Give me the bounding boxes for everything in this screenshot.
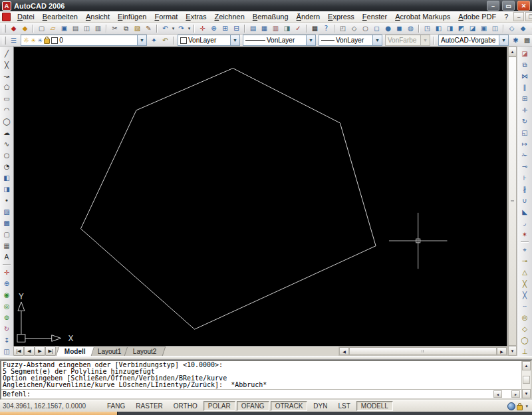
command-text-area[interactable]: Fuzzy-Abstand eingeben oder [Verbindungs… [1,361,521,398]
solid-torus-icon[interactable]: ◫ [489,23,501,34]
menu-datei[interactable]: Datei [13,12,39,21]
menu-zeichnen[interactable]: Zeichnen [211,12,249,21]
snap-center-icon[interactable]: ◎ [519,312,531,323]
toggle-raster[interactable]: RASTER [131,401,168,411]
scroll-track[interactable] [522,384,531,389]
polygon-icon[interactable]: ⬠ [1,82,13,93]
color-combo-arrow[interactable]: ▼ [230,35,239,45]
visual-style-2dwire-icon[interactable]: ◻ [371,23,382,34]
make-block-icon[interactable]: ◨ [1,184,13,195]
toggle-modell[interactable]: MODELL [356,401,393,411]
lineweight-combo-arrow[interactable]: ▼ [372,35,382,45]
menu-einfuegen[interactable]: Einfügen [114,12,150,21]
3d-orbit-green-icon[interactable]: ◉ [1,289,13,301]
chamfer-icon[interactable]: ◣ [519,206,531,217]
lineweight-combo[interactable]: VonLayer ▼ [319,35,382,46]
statusbar-menu-arrow[interactable]: ▾ [524,404,529,409]
snap-midpoint-icon[interactable]: △ [519,267,531,278]
plotstyle-table-combo-arrow[interactable]: ▼ [499,35,508,45]
visual-style-rendered-icon[interactable]: ◍ [405,23,416,34]
snap-tangent-icon[interactable]: ◯ [519,335,531,346]
fillet-icon[interactable]: ◞ [519,217,531,229]
toggle-dyn[interactable]: DYN [309,401,332,411]
linetype-combo[interactable]: VonLayer ▼ [243,35,316,46]
zoom-previous-icon[interactable]: ⊟ [231,23,242,34]
menu-bemassung[interactable]: Bemaßung [249,12,293,21]
extend-icon[interactable]: ⊸ [519,161,531,172]
3d-zoom-icon[interactable]: ⊕ [1,278,13,289]
scroll-right-button[interactable]: ▶ [511,390,520,398]
view-sw-iso-icon[interactable]: ◇ [506,23,517,34]
drawing-icon[interactable] [2,13,11,21]
toolbar-grip[interactable] [3,25,6,33]
toggle-ortho[interactable]: ORTHO [169,401,202,411]
previous-tab-button[interactable]: ◀ [24,346,35,356]
3d-continuous-orbit-icon[interactable]: ⊚ [1,312,13,323]
drawing-canvas[interactable]: Y X [13,47,507,346]
3d-orbit-icon[interactable]: ○ [360,23,371,34]
scroll-down-button[interactable]: ▼ [508,346,517,356]
menu-fenster[interactable]: Fenster [358,12,391,21]
toolbar-grip[interactable] [3,37,6,45]
linetype-combo-arrow[interactable]: ▼ [306,35,315,45]
3d-free-orbit-icon[interactable]: ◎ [1,301,13,312]
3d-views-icon[interactable]: ◇ [348,23,360,34]
ellipse-icon[interactable]: ○ [1,150,13,161]
open-icon[interactable]: ▱ [47,23,59,34]
join-icon[interactable]: ∪ [519,195,531,206]
snap-extension-icon[interactable]: ┄ [519,301,531,312]
snap-quadrant-icon[interactable]: ◇ [519,323,531,335]
move-icon[interactable]: ✛ [519,104,531,116]
publish-icon[interactable]: ▥ [92,23,104,34]
zoom-realtime-icon[interactable]: ⊕ [208,23,219,34]
tool-palettes-icon[interactable]: ▥ [270,23,281,34]
3d-adjust-distance-icon[interactable]: ↕ [1,335,13,346]
mirror-icon[interactable]: ⋈ [519,70,531,82]
viewport-previous-icon[interactable]: ◳ [422,23,433,34]
help-icon[interactable]: ? [321,23,332,34]
solid-box-icon[interactable]: ◧ [433,23,444,34]
3d-pan-icon[interactable]: ✛ [1,267,13,278]
explode-icon[interactable]: ✶ [519,229,531,240]
properties-palette-icon[interactable]: ▤ [247,23,259,34]
minimize-button[interactable]: – [487,1,499,11]
toggle-otrack[interactable]: OTRACK [271,401,308,411]
plot-style-manager-icon[interactable]: ▩ [521,35,532,46]
save-icon[interactable]: ▣ [59,23,70,34]
snap-apparent-intersection-icon[interactable]: ╳ [519,289,531,301]
plot-icon[interactable]: ▤ [70,23,81,34]
zoom-window-icon[interactable]: ⊞ [219,23,231,34]
command-horizontal-scrollbar[interactable]: ◀ ▶ [493,390,520,398]
toggle-ofang[interactable]: OFANG [237,401,269,411]
match-properties-icon[interactable]: ✎ [143,23,154,34]
gradient-icon[interactable]: ▩ [1,217,13,229]
acrobat-convert-comments-icon[interactable]: ◆ [19,23,31,34]
coordinate-display[interactable]: 304.3961, 162.1567, 0.0000 [3,402,101,410]
scroll-right-button[interactable]: ▶ [497,347,507,355]
plotstyle-table-combo[interactable]: AutoCAD-Vorgabe ▼ [438,35,509,46]
rectangle-icon[interactable]: ▭ [1,93,13,104]
mtext-icon[interactable]: A [1,251,13,263]
solid-cylinder-icon[interactable]: ◪ [467,23,478,34]
solid-wedge-icon[interactable]: ◨ [444,23,456,34]
menu-adobe-pdf[interactable]: Adobe PDF [454,12,500,21]
menu-aendern[interactable]: Ändern [293,12,324,21]
tab-modell[interactable]: Modell [56,346,94,356]
layer-properties-manager-icon[interactable]: ☰ [8,35,19,46]
scroll-down-button[interactable]: ▼ [522,389,531,398]
command-prompt-row[interactable]: Befehl: ◀ ▶ [1,390,521,398]
offset-icon[interactable]: ∥ [519,82,531,93]
erase-icon[interactable]: ◪ [519,48,531,59]
new-icon[interactable]: ▢ [36,23,47,34]
trim-icon[interactable]: ✁ [519,150,531,161]
visual-style-hidden-icon[interactable]: ● [382,23,394,34]
redo-icon[interactable]: ↷ [176,23,187,34]
arc-icon[interactable]: ◠ [1,104,13,116]
rotate-icon[interactable]: ↻ [519,116,531,127]
spline-icon[interactable]: ∿ [1,138,13,150]
plot-preview-icon[interactable]: ◫ [81,23,92,34]
scale-icon[interactable]: ◱ [519,127,531,138]
menu-extras[interactable]: Extras [182,12,210,21]
canvas-horizontal-scrollbar[interactable]: ◀ ▶ [338,346,507,356]
communication-center-icon[interactable] [507,402,515,410]
